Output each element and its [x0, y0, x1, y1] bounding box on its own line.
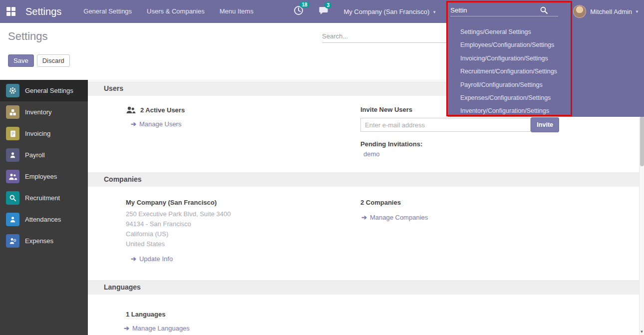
languages-count: 1 Languages [126, 295, 360, 318]
company-address-line: 94134 - San Francisco [126, 219, 360, 229]
boxes-icon [6, 105, 19, 119]
search-results-dropdown: Settings/General Settings Employees/Conf… [448, 23, 644, 117]
search-result-item[interactable]: Recruitment/Configuration/Settings [448, 65, 644, 78]
scrollbar-down-button[interactable]: ▼ [640, 330, 644, 334]
avatar [573, 5, 586, 18]
companies-count: 2 Companies [360, 187, 624, 206]
page-title: Settings [8, 30, 48, 43]
navbar-menu: General Settings Users & Companies Menu … [83, 0, 253, 23]
messages-icon[interactable]: 3 [319, 6, 329, 17]
user-menu[interactable]: Mitchell Admin ▼ [573, 5, 639, 18]
pending-invitations-label: Pending Invitations: [360, 140, 624, 148]
arrow-right-icon: ➔ [131, 120, 136, 128]
company-address-line: California (US) [126, 229, 360, 239]
section-header-companies: Companies [88, 172, 639, 187]
sidebar-item-inventory[interactable]: Inventory [0, 101, 88, 123]
company-switcher[interactable]: My Company (San Francisco)▼ [343, 8, 436, 15]
users-icon [126, 106, 136, 114]
arrow-right-icon: ➔ [131, 255, 136, 263]
section-header-languages: Languages [88, 280, 639, 295]
discard-button[interactable]: Discard [37, 54, 70, 67]
menu-search-box [450, 6, 558, 16]
menu-search-input[interactable] [450, 6, 540, 14]
menu-item-users-companies[interactable]: Users & Companies [147, 0, 205, 23]
chevron-down-icon: ▼ [432, 10, 436, 14]
settings-content: Users 2 Active Users ➔ Manage Users Inv [88, 80, 639, 335]
app-title[interactable]: Settings [25, 6, 61, 17]
menu-item-menu-items[interactable]: Menu Items [220, 0, 254, 23]
scrollbar-thumb[interactable] [640, 116, 644, 166]
pending-invitation-demo-link[interactable]: demo [360, 150, 380, 158]
person-coin-icon [6, 234, 19, 248]
apps-menu-icon[interactable] [6, 7, 16, 16]
arrow-right-icon: ➔ [361, 214, 367, 221]
manage-companies-link[interactable]: ➔ Manage Companies [361, 214, 428, 221]
menu-item-general-settings[interactable]: General Settings [83, 0, 132, 23]
sidebar-item-invoicing[interactable]: Invoicing [0, 123, 88, 144]
manage-users-link[interactable]: ➔ Manage Users [131, 120, 181, 128]
search-result-item[interactable]: Settings/General Settings [448, 25, 644, 38]
active-users-count: 2 Active Users [140, 106, 185, 114]
company-name: My Company (San Francisco) [126, 187, 360, 206]
search-result-item[interactable]: Payroll/Configuration/Settings [448, 78, 644, 91]
update-info-link[interactable]: ➔ Update Info [131, 255, 173, 263]
activity-badge: 18 [300, 1, 309, 8]
sidebar-item-employees[interactable]: Employees [0, 166, 88, 187]
sidebar-item-payroll[interactable]: Payroll [0, 144, 88, 166]
chevron-down-icon: ▼ [635, 9, 639, 14]
invite-email-input[interactable] [360, 118, 531, 132]
person-icon [6, 148, 19, 162]
sidebar-item-general-settings[interactable]: General Settings [0, 80, 88, 101]
arrow-right-icon: ➔ [124, 325, 129, 332]
company-address-line: United States [126, 239, 360, 249]
sidebar-item-expenses[interactable]: Expenses [0, 230, 88, 252]
top-navbar: Settings General Settings Users & Compan… [0, 0, 644, 23]
save-button[interactable]: Save [8, 54, 34, 67]
magnifier-icon [6, 191, 19, 205]
activity-clock-icon[interactable]: 18 [294, 5, 305, 17]
sidebar-item-recruitment[interactable]: Recruitment [0, 187, 88, 209]
sidebar-item-attendances[interactable]: Attendances [0, 209, 88, 230]
search-result-item[interactable]: Invoicing/Configuration/Settings [448, 52, 644, 65]
invite-button[interactable]: Invite [531, 117, 559, 132]
settings-sidebar: General Settings Inventory Invoicing Pay… [0, 80, 88, 335]
invoice-document-icon [6, 127, 19, 140]
gear-icon [6, 84, 19, 97]
search-result-item[interactable]: Employees/Configuration/Settings [448, 38, 644, 51]
manage-languages-link[interactable]: ➔ Manage Languages [124, 325, 190, 332]
people-icon [6, 170, 19, 183]
search-icon[interactable] [540, 6, 548, 14]
search-result-item[interactable]: Expenses/Configuration/Settings [448, 91, 644, 104]
messages-badge: 3 [324, 2, 331, 8]
search-result-item[interactable]: Inventory/Configuration/Settings [448, 104, 644, 117]
company-address-line: 250 Executive Park Blvd, Suite 3400 [126, 209, 360, 219]
person-check-icon [6, 213, 19, 226]
